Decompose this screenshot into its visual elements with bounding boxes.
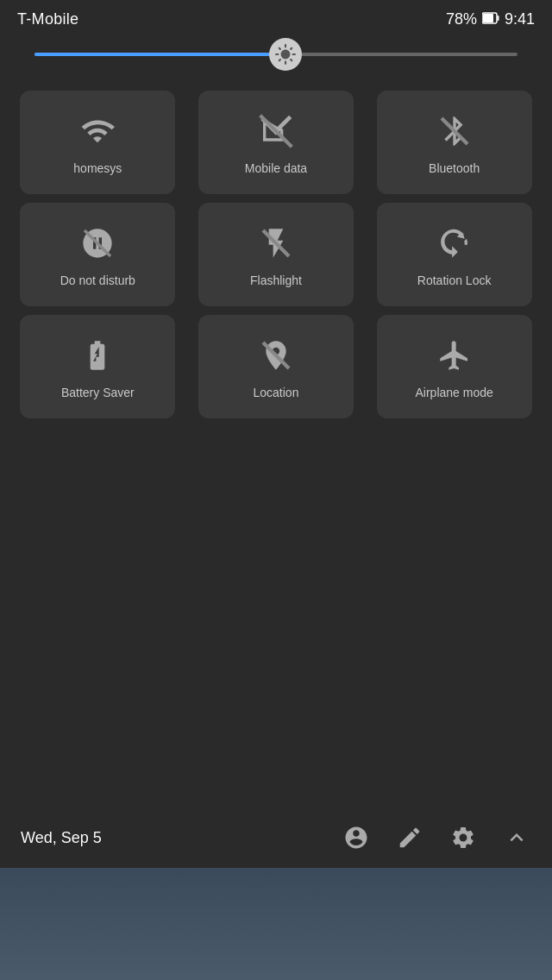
dnd-icon: [76, 222, 119, 265]
tile-mobile-data-label: Mobile data: [245, 161, 307, 175]
flashlight-icon: [254, 222, 298, 265]
tile-mobile-data[interactable]: Mobile data: [198, 91, 354, 194]
qs-row-2: Do not disturb Flashlight Rotation Lock: [9, 203, 543, 306]
brightness-fill: [34, 53, 285, 56]
chevron-up-icon[interactable]: [502, 823, 531, 852]
date-label: Wed, Sep 5: [21, 829, 102, 847]
svg-rect-1: [483, 14, 493, 22]
brightness-slider[interactable]: [34, 53, 518, 56]
bottom-icons: [342, 823, 531, 852]
bottom-bar: Wed, Sep 5: [0, 807, 552, 868]
rotation-lock-icon: [433, 222, 476, 265]
edit-icon[interactable]: [395, 823, 424, 852]
battery-icon: [482, 10, 499, 28]
airplane-icon: [433, 334, 476, 377]
bluetooth-icon: [433, 110, 476, 153]
tile-dnd-label: Do not disturb: [60, 273, 135, 287]
wifi-icon: [76, 110, 119, 153]
location-icon: [254, 334, 298, 377]
carrier-label: T-Mobile: [17, 10, 78, 28]
tile-flashlight[interactable]: Flashlight: [198, 203, 354, 306]
qs-row-3: Battery Saver Location Airplane mode: [9, 315, 543, 418]
tile-location-label: Location: [254, 386, 299, 399]
tile-battery-saver[interactable]: Battery Saver: [20, 315, 175, 418]
quick-settings: homesys Mobile data Bluetooth: [0, 82, 552, 436]
svg-rect-2: [497, 16, 499, 21]
tile-wifi-label: homesys: [73, 161, 122, 175]
brightness-container[interactable]: [0, 35, 552, 82]
tile-dnd[interactable]: Do not disturb: [20, 203, 175, 306]
tile-bluetooth-label: Bluetooth: [429, 161, 480, 175]
battery-percent: 78%: [446, 10, 477, 28]
status-right: 78% 9:41: [446, 10, 535, 28]
tile-rotation-lock-label: Rotation Lock: [417, 273, 492, 287]
tile-battery-saver-label: Battery Saver: [61, 386, 135, 399]
tile-airplane-mode-label: Airplane mode: [416, 386, 493, 399]
tile-airplane-mode[interactable]: Airplane mode: [377, 315, 532, 418]
settings-icon[interactable]: [448, 823, 478, 852]
time-label: 9:41: [505, 10, 535, 28]
status-bar: T-Mobile 78% 9:41: [0, 0, 552, 35]
tile-flashlight-label: Flashlight: [250, 273, 302, 287]
brightness-thumb[interactable]: [269, 38, 302, 71]
qs-row-1: homesys Mobile data Bluetooth: [9, 91, 543, 194]
user-icon[interactable]: [342, 823, 371, 852]
tile-location[interactable]: Location: [198, 315, 354, 418]
tile-rotation-lock[interactable]: Rotation Lock: [377, 203, 532, 306]
wallpaper-area: [0, 868, 552, 980]
mobile-data-icon: [254, 110, 298, 153]
tile-wifi[interactable]: homesys: [20, 91, 175, 194]
battery-saver-icon: [76, 334, 119, 377]
tile-bluetooth[interactable]: Bluetooth: [377, 91, 532, 194]
